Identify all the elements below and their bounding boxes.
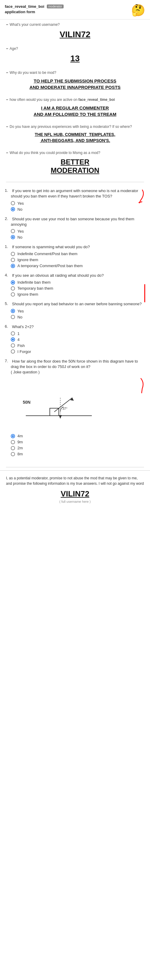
header-title: application form bbox=[5, 10, 129, 14]
svg-marker-8 bbox=[59, 415, 62, 419]
radio-q2-yes[interactable] bbox=[11, 229, 15, 233]
field-why-section: − Why do you want to be mod? TO HELP THE… bbox=[0, 68, 150, 95]
header-emoji: 🤔 bbox=[131, 3, 145, 17]
option-q2-no: No bbox=[11, 235, 145, 240]
field-why-label: − Why do you want to be mod? bbox=[6, 70, 144, 75]
question-4: 4. If you see an obvious alt raiding wha… bbox=[5, 273, 145, 297]
question-1-options: Yes No bbox=[5, 201, 145, 212]
field-active-ref-username: face_reveal_time_boi bbox=[78, 97, 115, 102]
radio-q1-yes[interactable] bbox=[11, 201, 15, 205]
question-2: 2. Should you ever use your mod to ban s… bbox=[5, 216, 145, 240]
field-age-label: − Age? bbox=[6, 46, 144, 51]
question-7-options: 4m 9m 2m 8m bbox=[5, 434, 145, 456]
field-provide-label: − What do you think you could provide to… bbox=[6, 151, 144, 155]
question-5-options: Yes No bbox=[5, 309, 145, 319]
radio-q7-2m[interactable] bbox=[11, 446, 15, 450]
signature-section: I, as a potential moderator, promise to … bbox=[0, 470, 150, 506]
radio-q2-no[interactable] bbox=[11, 235, 15, 239]
radio-q1-no[interactable] bbox=[11, 207, 15, 211]
red-annotation-q7 bbox=[136, 377, 145, 395]
diagram-container: 50N 37° bbox=[5, 377, 145, 432]
question-1-text: 1. If you were to get into an argument w… bbox=[5, 188, 145, 199]
signature-placeholder: ( full username here ) bbox=[6, 500, 144, 503]
radio-q4-ignore[interactable] bbox=[11, 292, 15, 297]
question-2-text: 2. Should you ever use your mod to ban s… bbox=[5, 216, 145, 227]
radio-q3-indefinite[interactable] bbox=[11, 252, 15, 256]
red-annotation-q1 bbox=[127, 188, 145, 212]
question-4-options: Indefinite ban them Temporary ban them I… bbox=[5, 280, 145, 297]
question-4-text: 4. If you see an obvious alt raiding wha… bbox=[5, 273, 145, 278]
svg-line-0 bbox=[139, 202, 142, 203]
radio-q7-9m[interactable] bbox=[11, 440, 15, 444]
header: face_reveal_time_boi moderator applicati… bbox=[0, 0, 150, 19]
question-6-text: 6. What's 2+2? bbox=[5, 324, 145, 329]
question-5: 5. Should you report any bad behavior to… bbox=[5, 301, 145, 319]
radio-q6-4[interactable] bbox=[11, 337, 15, 342]
option-q5-yes: Yes bbox=[11, 309, 145, 313]
option-q6-fish: Fish bbox=[11, 344, 145, 348]
page: face_reveal_time_boi moderator applicati… bbox=[0, 0, 150, 980]
option-q1-no: No bbox=[11, 207, 145, 212]
header-left: face_reveal_time_boi moderator applicati… bbox=[5, 3, 129, 14]
option-q3-ignore: Ignore them bbox=[11, 258, 145, 262]
radio-q6-1[interactable] bbox=[11, 331, 15, 336]
option-q7-4m: 4m bbox=[11, 434, 145, 438]
field-active-answer: I AM A REGULAR COMMENTERAND AM FOLLOWED … bbox=[6, 103, 144, 120]
header-badge: moderator bbox=[47, 5, 64, 8]
option-q4-indefinite: Indefinite ban them bbox=[11, 280, 145, 285]
field-provide-answer: BETTERMODERATION bbox=[6, 156, 144, 177]
radio-q6-fish[interactable] bbox=[11, 344, 15, 348]
questions-section: 1. If you were to get into an argument w… bbox=[0, 185, 150, 464]
field-experience-answer: THE NFL HUB, COMMENT TEMPLATES, ANTI-BEG… bbox=[6, 130, 144, 146]
option-q4-ignore: Ignore them bbox=[11, 292, 145, 297]
radio-q3-ignore[interactable] bbox=[11, 258, 15, 262]
radio-q4-temporary[interactable] bbox=[11, 286, 15, 291]
field-age-section: − Age? 13 bbox=[0, 43, 150, 68]
field-age-answer: 13 bbox=[6, 52, 144, 66]
field-experience-section: − Do you have any previous experiences w… bbox=[0, 122, 150, 148]
signature-pledge-text: I, as a potential moderator, promise to … bbox=[6, 476, 144, 486]
radio-q5-yes[interactable] bbox=[11, 309, 15, 313]
option-q6-4: 4 bbox=[11, 337, 145, 342]
radio-q6-iforgor[interactable] bbox=[11, 349, 15, 353]
question-3: 1. If someone is spamming what would you… bbox=[5, 244, 145, 268]
radio-q7-8m[interactable] bbox=[11, 452, 15, 456]
svg-text:37°: 37° bbox=[62, 407, 67, 410]
question-5-text: 5. Should you report any bad behavior to… bbox=[5, 301, 145, 307]
red-annotation-q4 bbox=[144, 284, 145, 302]
header-username: face_reveal_time_boi bbox=[5, 4, 45, 9]
radio-q7-4m[interactable] bbox=[11, 434, 15, 438]
field-why-answer: TO HELP THE SUBMISSION PROCESSAND MODERA… bbox=[6, 76, 144, 93]
option-q6-iforgor: I Forgor bbox=[11, 349, 145, 354]
field-username-section: − What's your current username? VILIN72 bbox=[0, 19, 150, 43]
option-q5-no: No bbox=[11, 315, 145, 319]
question-3-options: Indefinite Comment/Post ban them Ignore … bbox=[5, 251, 145, 268]
header-username-line: face_reveal_time_boi moderator bbox=[5, 3, 129, 9]
field-experience-label: − Do you have any previous experiences w… bbox=[6, 124, 144, 129]
question-3-text: 1. If someone is spamming what would you… bbox=[5, 244, 145, 250]
radio-q3-temporary[interactable] bbox=[11, 264, 15, 268]
field-username-answer: VILIN72 bbox=[6, 28, 144, 42]
question-7: 7. How far along the floor does the 50N … bbox=[5, 359, 145, 457]
option-q3-indefinite: Indefinite Comment/Post ban them bbox=[11, 251, 145, 256]
section-divider bbox=[6, 182, 144, 182]
svg-text:50N: 50N bbox=[23, 400, 30, 405]
option-q7-9m: 9m bbox=[11, 440, 145, 444]
field-username-label: − What's your current username? bbox=[6, 22, 144, 27]
radio-q5-no[interactable] bbox=[11, 315, 15, 319]
option-q2-yes: Yes bbox=[11, 229, 145, 234]
radio-q4-indefinite[interactable] bbox=[11, 280, 15, 285]
option-q4-temporary: Temporary ban them bbox=[11, 286, 145, 291]
option-q7-2m: 2m bbox=[11, 446, 145, 450]
option-q3-temporary: A temporary Comment/Post ban them bbox=[11, 264, 145, 268]
question-7-text: 7. How far along the floor does the 50N … bbox=[5, 359, 145, 375]
question-2-options: Yes No bbox=[5, 229, 145, 240]
option-q1-yes: Yes bbox=[11, 201, 145, 205]
question-6-options: 1 4 Fish I Forgor bbox=[5, 331, 145, 354]
physics-diagram: 50N 37° bbox=[14, 380, 98, 428]
field-active-label: − how often would you say you are active… bbox=[6, 97, 144, 102]
question-1: 1. If you were to get into an argument w… bbox=[5, 188, 145, 211]
option-q7-8m: 8m bbox=[11, 452, 145, 456]
signature-answer: VILIN72 bbox=[6, 489, 144, 498]
field-provide-section: − What do you think you could provide to… bbox=[0, 148, 150, 179]
